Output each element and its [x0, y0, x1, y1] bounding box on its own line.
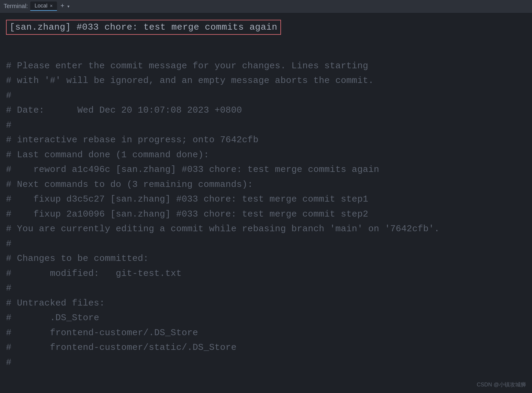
terminal-line: # frontend-customer/static/.DS_Store	[6, 340, 526, 355]
add-tab-button[interactable]: +	[61, 2, 64, 10]
terminal-line	[6, 44, 526, 59]
terminal-line: # Last command done (1 command done):	[6, 148, 526, 163]
watermark: CSDN @小镇攻城狮	[477, 381, 526, 388]
terminal-line: # frontend-customer/.DS_Store	[6, 326, 526, 341]
terminal-line: #	[6, 281, 526, 296]
terminal-line: #	[6, 355, 526, 370]
terminal-line: # Changes to be committed:	[6, 251, 526, 266]
terminal-line: #	[6, 118, 526, 133]
terminal-line: # with '#' will be ignored, and an empty…	[6, 73, 526, 88]
terminal-line: # .DS_Store	[6, 311, 526, 326]
terminal-line: # You are currently editing a commit whi…	[6, 222, 526, 237]
terminal-line: # Next commands to do (3 remaining comma…	[6, 177, 526, 192]
terminal-line: # Please enter the commit message for yo…	[6, 59, 526, 74]
terminal-line: #	[6, 237, 526, 252]
title-bar: Terminal: Local × + ▾	[0, 0, 532, 13]
terminal-line: # reword a1c496c [san.zhang] #033 chore:…	[6, 162, 526, 177]
terminal-line: # fixup 2a10096 [san.zhang] #033 chore: …	[6, 207, 526, 222]
terminal-body: [san.zhang] #033 chore: test merge commi…	[0, 13, 532, 393]
tab-name: Local	[34, 3, 47, 9]
commit-input-box[interactable]: [san.zhang] #033 chore: test merge commi…	[6, 20, 281, 35]
terminal-line: # Date: Wed Dec 20 10:07:08 2023 +0800	[6, 103, 526, 118]
local-tab[interactable]: Local ×	[30, 1, 57, 11]
terminal-label: Terminal:	[4, 3, 28, 10]
terminal-line: # modified: git-test.txt	[6, 266, 526, 281]
terminal-line: # fixup d3c5c27 [san.zhang] #033 chore: …	[6, 192, 526, 207]
tab-close-button[interactable]: ×	[50, 3, 52, 9]
tab-dropdown-button[interactable]: ▾	[67, 3, 70, 10]
terminal-line: #	[6, 88, 526, 103]
terminal-line: # Untracked files:	[6, 296, 526, 311]
terminal-lines: # Please enter the commit message for yo…	[6, 44, 526, 370]
terminal-line: # interactive rebase in progress; onto 7…	[6, 133, 526, 148]
